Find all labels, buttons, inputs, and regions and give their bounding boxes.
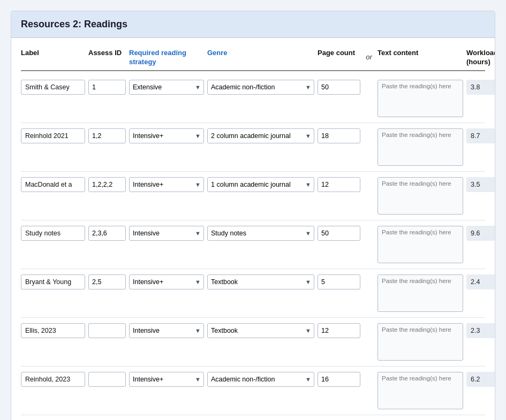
assess-id-input[interactable] <box>88 128 126 143</box>
cell-label: Study notes <box>21 226 85 241</box>
strategy-select[interactable]: Extensive Intensive Intensive+ <box>129 274 204 289</box>
cell-workload: 2.3 <box>466 323 495 338</box>
cell-strategy: Extensive Intensive Intensive+ ▼ <box>129 372 204 387</box>
cell-assess-id <box>88 274 126 289</box>
text-content-input[interactable] <box>377 226 463 263</box>
strategy-select[interactable]: Extensive Intensive Intensive+ <box>129 128 204 143</box>
strategy-select[interactable]: Extensive Intensive Intensive+ <box>129 226 204 241</box>
strategy-select-wrapper: Extensive Intensive Intensive+ ▼ <box>129 323 204 338</box>
cell-page-count <box>318 372 360 387</box>
page-count-input[interactable] <box>318 372 360 387</box>
cell-label: Reinhold, 2023 <box>21 372 85 387</box>
cell-assess-id <box>88 323 126 338</box>
main-container: Resources 2: Readings Label Assess ID Re… <box>11 11 495 420</box>
page-count-input[interactable] <box>318 323 360 338</box>
cell-page-count <box>318 274 360 289</box>
cell-genre: Academic non-/fiction 2 column academic … <box>207 323 314 338</box>
genre-select[interactable]: Academic non-/fiction 2 column academic … <box>207 226 314 241</box>
cell-workload: 9.6 <box>466 226 495 241</box>
strategy-select-wrapper: Extensive Intensive Intensive+ ▼ <box>129 372 204 387</box>
genre-select-wrapper: Academic non-/fiction 2 column academic … <box>207 226 314 241</box>
cell-label: Smith & Casey <box>21 80 85 95</box>
label-value: MacDonald et a <box>21 177 85 192</box>
page-count-input[interactable] <box>318 274 360 289</box>
strategy-select[interactable]: Extensive Intensive Intensive+ <box>129 323 204 338</box>
strategy-select[interactable]: Extensive Intensive Intensive+ <box>129 177 204 192</box>
cell-label: MacDonald et a <box>21 177 85 192</box>
genre-select-wrapper: Academic non-/fiction 2 column academic … <box>207 128 314 143</box>
or-divider <box>364 274 374 278</box>
assess-id-input[interactable] <box>88 274 126 289</box>
text-content-input[interactable] <box>377 323 463 361</box>
text-content-input[interactable] <box>377 177 463 215</box>
cell-genre: Academic non-/fiction 2 column academic … <box>207 226 314 241</box>
text-content-input[interactable] <box>377 274 463 312</box>
genre-select[interactable]: Academic non-/fiction 2 column academic … <box>207 372 314 387</box>
cell-genre: Academic non-/fiction 2 column academic … <box>207 177 314 192</box>
label-value: Smith & Casey <box>21 80 85 95</box>
strategy-select[interactable]: Extensive Intensive Intensive+ <box>129 372 204 387</box>
cell-strategy: Extensive Intensive Intensive+ ▼ <box>129 128 204 143</box>
assess-id-input[interactable] <box>88 177 126 192</box>
text-content-input[interactable] <box>377 80 463 117</box>
cell-workload: 3.8 <box>466 80 495 95</box>
text-content-input[interactable] <box>377 372 463 409</box>
col-page-count: Page count <box>318 49 360 67</box>
table-wrapper: Label Assess ID Required reading strateg… <box>11 38 495 420</box>
table-row: MacDonald et a Extensive Intensive Inten… <box>21 172 485 220</box>
assess-id-input[interactable] <box>88 372 126 387</box>
cell-text-content <box>377 274 463 312</box>
genre-select-wrapper: Academic non-/fiction 2 column academic … <box>207 323 314 338</box>
strategy-select[interactable]: Extensive Intensive Intensive+ <box>129 80 204 95</box>
page-count-input[interactable] <box>318 80 360 95</box>
table-row: Reinhold 2021 Extensive Intensive Intens… <box>21 123 485 172</box>
col-assess-id: Assess ID <box>88 49 126 67</box>
table-row: Smith & Casey Extensive Intensive Intens… <box>21 74 485 123</box>
cell-page-count <box>318 177 360 192</box>
cell-label: Reinhold 2021 <box>21 128 85 143</box>
genre-select[interactable]: Academic non-/fiction 2 column academic … <box>207 323 314 338</box>
cell-genre: Academic non-/fiction 2 column academic … <box>207 372 314 387</box>
assess-id-input[interactable] <box>88 80 126 95</box>
cell-label: Bryant & Young <box>21 274 85 289</box>
cell-page-count <box>318 80 360 95</box>
text-content-input[interactable] <box>377 128 463 166</box>
genre-select-wrapper: Academic non-/fiction 2 column academic … <box>207 274 314 289</box>
genre-select[interactable]: Academic non-/fiction 2 column academic … <box>207 128 314 143</box>
genre-select[interactable]: Academic non-/fiction 2 column academic … <box>207 274 314 289</box>
workload-value: 3.5 <box>466 177 495 192</box>
strategy-select-wrapper: Extensive Intensive Intensive+ ▼ <box>129 274 204 289</box>
or-divider <box>364 323 374 326</box>
workload-value: 2.4 <box>466 274 495 289</box>
col-text-content: Text content <box>377 49 463 67</box>
cell-workload: 2.4 <box>466 274 495 289</box>
table-row: Bryant & Young Extensive Intensive Inten… <box>21 269 485 318</box>
or-divider <box>364 226 374 229</box>
cell-strategy: Extensive Intensive Intensive+ ▼ <box>129 80 204 95</box>
label-value: Ellis, 2023 <box>21 323 85 338</box>
cell-text-content <box>377 177 463 215</box>
page-count-input[interactable] <box>318 128 360 143</box>
genre-select[interactable]: Academic non-/fiction 2 column academic … <box>207 80 314 95</box>
page-count-input[interactable] <box>318 226 360 241</box>
table-row: Ellis, 2023 Extensive Intensive Intensiv… <box>21 318 485 366</box>
cell-strategy: Extensive Intensive Intensive+ ▼ <box>129 177 204 192</box>
cell-workload: 6.2 <box>466 372 495 387</box>
assess-id-input[interactable] <box>88 226 126 241</box>
strategy-select-wrapper: Extensive Intensive Intensive+ ▼ <box>129 128 204 143</box>
cell-strategy: Extensive Intensive Intensive+ ▼ <box>129 274 204 289</box>
cell-text-content <box>377 80 463 117</box>
assess-id-input[interactable] <box>88 323 126 338</box>
strategy-select-wrapper: Extensive Intensive Intensive+ ▼ <box>129 80 204 95</box>
col-or: or <box>364 53 374 62</box>
cell-text-content <box>377 372 463 409</box>
cell-assess-id <box>88 177 126 192</box>
cell-page-count <box>318 323 360 338</box>
genre-select[interactable]: Academic non-/fiction 2 column academic … <box>207 177 314 192</box>
cell-genre: Academic non-/fiction 2 column academic … <box>207 80 314 95</box>
cell-assess-id <box>88 372 126 387</box>
col-genre: Genre <box>207 49 314 67</box>
or-divider <box>364 177 374 180</box>
cell-assess-id <box>88 128 126 143</box>
page-count-input[interactable] <box>318 177 360 192</box>
